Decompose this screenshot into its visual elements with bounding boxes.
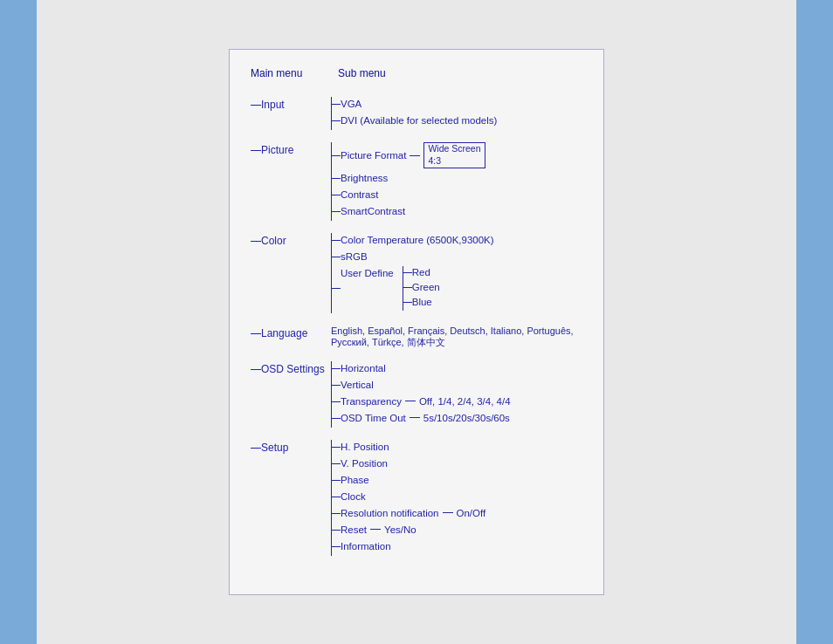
color-red: Red — [403, 266, 440, 279]
picture-smartcontrast: SmartContrast — [332, 204, 582, 218]
color-userdefine-row: User Define Red Green Blue — [332, 266, 582, 311]
input-section: Input VGA DVI (Available for selected mo… — [251, 97, 582, 130]
picture-label: Picture — [261, 144, 293, 156]
osd-horizontal: Horizontal — [332, 361, 582, 375]
color-subitems: Color Temperature (6500K,9300K) sRGB Use… — [331, 233, 582, 313]
language-label: Language — [261, 327, 307, 339]
osd-transparency: Transparency Off, 1/4, 2/4, 3/4, 4/4 — [332, 394, 582, 408]
osd-label-col: OSD Settings — [251, 361, 331, 428]
input-subitems: VGA DVI (Available for selected models) — [331, 97, 582, 130]
blue-bar-left — [0, 0, 37, 644]
setup-resolution: Resolution notification On/Off — [332, 506, 582, 520]
osd-vertical: Vertical — [332, 378, 582, 392]
dialog-box: Main menu Sub menu Input VGA — [229, 49, 604, 594]
color-section: Color Color Temperature (6500K,9300K) sR… — [251, 233, 582, 313]
picture-format-widescreen: Wide Screen — [428, 143, 480, 155]
color-srgb: sRGB — [332, 250, 582, 264]
color-label-col: Color — [251, 233, 331, 313]
resolution-dash — [443, 512, 453, 513]
picture-brightness: Brightness — [332, 171, 582, 185]
picture-format-43: 4:3 — [428, 155, 480, 168]
menu-content: Input VGA DVI (Available for selected mo… — [251, 97, 582, 567]
osd-subitems: Horizontal Vertical Transparency Off, 1/… — [331, 361, 582, 428]
picture-format-row: Picture Format Wide Screen 4:3 — [332, 142, 582, 168]
setup-hposition: H. Position — [332, 440, 582, 454]
setup-label-col: Setup — [251, 440, 331, 556]
picture-section: Picture Picture Format Wide Screen 4:3 — [251, 142, 582, 220]
setup-phase: Phase — [332, 473, 582, 487]
color-connector — [251, 241, 261, 242]
content-area: Main menu Sub menu Input VGA — [37, 0, 796, 644]
header-sub-menu: Sub menu — [338, 67, 386, 79]
language-value: English, Español, Français, Deutsch, Ita… — [331, 325, 582, 349]
color-green: Green — [403, 281, 440, 294]
picture-connector — [251, 150, 261, 151]
language-label-col: Language — [251, 325, 331, 349]
setup-clock: Clock — [332, 490, 582, 504]
language-section: Language English, Español, Français, Deu… — [251, 325, 582, 349]
user-define-subitems: Red Green Blue — [403, 266, 440, 311]
setup-vposition: V. Position — [332, 456, 582, 470]
input-dvi: DVI (Available for selected models) — [332, 113, 582, 127]
osd-connector — [251, 369, 261, 370]
color-temperature: Color Temperature (6500K,9300K) — [332, 233, 582, 247]
blue-bar-right — [796, 0, 833, 644]
header-row: Main menu Sub menu — [251, 67, 582, 83]
setup-label: Setup — [261, 442, 288, 454]
color-label: Color — [261, 235, 286, 247]
language-connector — [251, 333, 261, 334]
picture-format-dash — [410, 155, 420, 156]
setup-connector — [251, 448, 261, 449]
timeout-dash — [410, 417, 420, 418]
reset-dash — [370, 529, 381, 530]
osd-label: OSD Settings — [261, 363, 325, 375]
setup-section: Setup H. Position V. Position Phase — [251, 440, 582, 556]
picture-contrast: Contrast — [332, 188, 582, 202]
osd-timeout: OSD Time Out 5s/10s/20s/30s/60s — [332, 411, 582, 425]
color-blue: Blue — [403, 296, 440, 309]
setup-reset: Reset Yes/No — [332, 523, 582, 537]
setup-information: Information — [332, 539, 582, 553]
input-vga: VGA — [332, 97, 582, 111]
osd-section: OSD Settings Horizontal Vertical Transpa… — [251, 361, 582, 428]
transparency-dash — [405, 401, 416, 401]
header-main-menu: Main menu — [251, 67, 338, 79]
input-label-col: Input — [251, 97, 331, 130]
setup-subitems: H. Position V. Position Phase Clock Reso — [331, 440, 582, 556]
picture-subitems: Picture Format Wide Screen 4:3 Brightnes… — [331, 142, 582, 220]
input-connector — [251, 105, 261, 106]
input-label: Input — [261, 99, 285, 111]
picture-label-col: Picture — [251, 142, 331, 220]
